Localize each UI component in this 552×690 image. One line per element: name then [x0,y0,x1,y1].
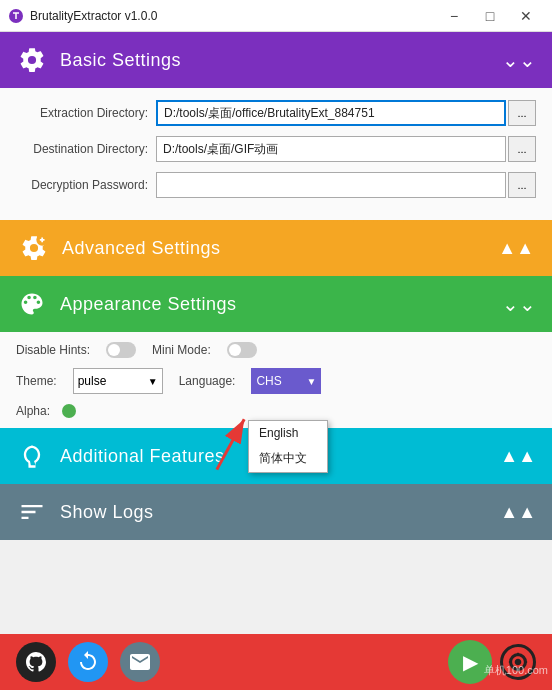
close-button[interactable]: ✕ [508,0,544,32]
language-value: CHS [256,374,281,388]
extraction-dir-label: Extraction Directory: [16,106,156,120]
decryption-pwd-input[interactable] [156,172,506,198]
appearance-settings-chevron: ⌄⌄ [502,292,536,316]
disable-hints-toggle[interactable] [106,342,136,358]
title-bar-left: BrutalityExtractor v1.0.0 [8,8,157,24]
decryption-pwd-row: Decryption Password: ... [16,172,536,198]
mini-mode-label: Mini Mode: [152,343,211,357]
title-bar-controls: − □ ✕ [436,0,544,32]
title-bar: BrutalityExtractor v1.0.0 − □ ✕ [0,0,552,32]
show-logs-chevron: ▲▲ [500,502,536,523]
decryption-pwd-browse[interactable]: ... [508,172,536,198]
theme-dropdown[interactable]: pulse ▼ [73,368,163,394]
bottom-right: ▶ 单机100.com [448,640,536,684]
github-button[interactable] [16,642,56,682]
disable-hints-label: Disable Hints: [16,343,90,357]
additional-features-title: Additional Features [60,446,225,467]
palette-icon [16,288,48,320]
show-logs-title: Show Logs [60,502,154,523]
maximize-button[interactable]: □ [472,0,508,32]
decryption-pwd-label: Decryption Password: [16,178,156,192]
advanced-settings-title: Advanced Settings [62,238,221,259]
basic-settings-body: Extraction Directory: ... Destination Di… [0,88,552,220]
language-label: Language: [179,374,236,388]
show-logs-header[interactable]: Show Logs ▲▲ [0,484,552,540]
destination-dir-label: Destination Directory: [16,142,156,156]
appearance-settings-header[interactable]: Appearance Settings ⌄⌄ [0,276,552,332]
hints-minimode-row: Disable Hints: Mini Mode: [16,342,536,358]
brain-icon [16,440,48,472]
advanced-settings-header[interactable]: Advanced Settings ▲▲ [0,220,552,276]
appearance-settings-title: Appearance Settings [60,294,237,315]
theme-dropdown-arrow: ▼ [148,376,158,387]
theme-language-row: Theme: pulse ▼ Language: CHS ▼ [16,368,536,394]
logs-icon [16,496,48,528]
mini-mode-toggle[interactable] [227,342,257,358]
theme-label: Theme: [16,374,57,388]
alpha-row: Alpha: [16,404,536,418]
destination-dir-input[interactable] [156,136,506,162]
advanced-gear-icon [18,232,50,264]
advanced-settings-chevron: ▲▲ [498,238,534,259]
email-button[interactable] [120,642,160,682]
play-icon: ▶ [463,650,478,674]
watermark: 单机100.com [484,663,548,678]
title-bar-title: BrutalityExtractor v1.0.0 [30,9,157,23]
basic-settings-title: Basic Settings [60,50,181,71]
destination-dir-row: Destination Directory: ... [16,136,536,162]
basic-settings-chevron: ⌄⌄ [502,48,536,72]
alpha-indicator [62,404,76,418]
additional-features-chevron: ▲▲ [500,446,536,467]
extraction-dir-browse[interactable]: ... [508,100,536,126]
bottom-bar: ▶ 单机100.com [0,634,552,690]
minimize-button[interactable]: − [436,0,472,32]
destination-dir-browse[interactable]: ... [508,136,536,162]
appearance-settings-body: Disable Hints: Mini Mode: Theme: pulse ▼… [0,332,552,428]
extraction-dir-input[interactable] [156,100,506,126]
extraction-dir-row: Extraction Directory: ... [16,100,536,126]
refresh-button[interactable] [68,642,108,682]
language-dropdown[interactable]: CHS ▼ [251,368,321,394]
gear-icon [16,44,48,76]
svg-line-3 [204,419,257,469]
language-dropdown-arrow: ▼ [307,376,317,387]
app-icon [8,8,24,24]
basic-settings-header[interactable]: Basic Settings ⌄⌄ [0,32,552,88]
theme-value: pulse [78,374,107,388]
alpha-label: Alpha: [16,404,50,418]
